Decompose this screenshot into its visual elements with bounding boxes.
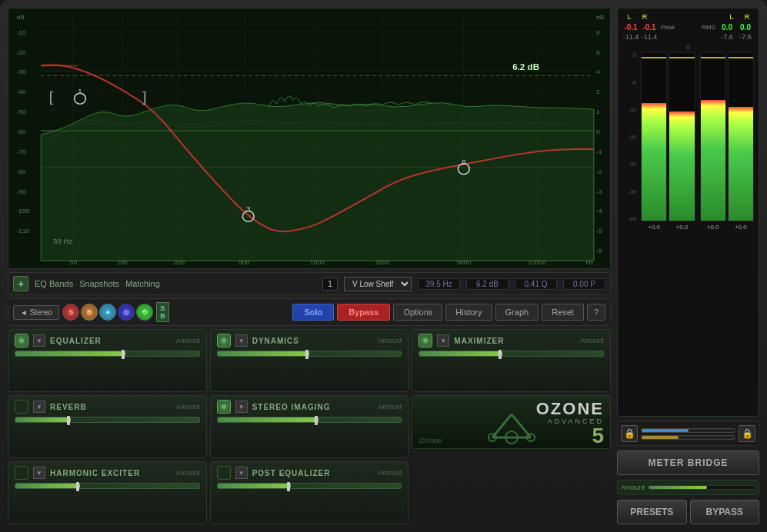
meter-bridge-button[interactable]: METER BRIDGE [617, 451, 759, 475]
main-panel: 1 3 8 [ ] 6.2 dB 39 Hz dB -10 -20 -30 [8, 8, 611, 524]
band3-label: 3 [246, 206, 250, 214]
module-reverb: ▼ REVERB Amount [8, 395, 207, 458]
scale-zero: 0 [622, 44, 754, 51]
freq-readout: 39 Hz [53, 238, 72, 245]
solo-button[interactable]: Solo [292, 304, 334, 321]
equalizer-power-button[interactable] [15, 334, 28, 347]
link-slider-track[interactable] [641, 428, 735, 433]
lock-left-button[interactable]: 🔒 [621, 425, 638, 442]
rms-r-val: 0.0 [737, 23, 754, 32]
band-number-display[interactable]: 1 [322, 278, 338, 291]
dynamics-amount-slider[interactable] [217, 351, 402, 357]
module-dynamics: ▼ DYNAMICS Amount [210, 329, 409, 392]
reverb-dropdown[interactable]: ▼ [33, 401, 45, 413]
db-label-rm9: -9 [596, 248, 602, 254]
equalizer-amount-label: Amount [176, 337, 200, 344]
stereo-imaging-dropdown[interactable]: ▼ [235, 401, 248, 413]
stereo-imaging-power-button[interactable] [217, 400, 231, 414]
izotope-text: iZotope [419, 437, 442, 444]
peak-r-val2: -7.6 [737, 33, 754, 41]
secondary-vals-right: -7.6 -7.6 [719, 33, 754, 41]
link-slider-track-2[interactable] [641, 435, 735, 440]
add-band-button[interactable]: + [13, 276, 28, 291]
bypass-button[interactable]: Bypass [337, 304, 390, 321]
meter-l-label2: L [725, 13, 739, 21]
graph-button[interactable]: Graph [495, 304, 539, 321]
freq-1000: 1000 [310, 259, 325, 266]
post-equalizer-amount-slider[interactable] [217, 483, 402, 489]
presets-button[interactable]: PRESETS [617, 500, 687, 524]
lock-right-button[interactable]: 🔒 [739, 425, 755, 442]
maximizer-title: MAXIMIZER [454, 337, 504, 345]
db-label-50: -50 [17, 108, 27, 115]
q-param[interactable]: 0.41 Q [515, 278, 557, 290]
freq-5000: 5000 [456, 259, 471, 266]
module-harmonic-exciter: ▼ HARMONIC EXCITER Amount [8, 461, 207, 524]
harmonic-exciter-title: HARMONIC EXCITER [50, 469, 140, 477]
p-param[interactable]: 0.00 P [563, 278, 605, 290]
link-slider-fill-2 [642, 436, 679, 439]
meter-bar-l1 [641, 52, 667, 221]
peak-vals-left: -0.1 -0.1 Peak [622, 23, 675, 32]
module-dynamics-header: ▼ DYNAMICS Amount [217, 334, 402, 347]
freq-2000: 2000 [375, 259, 390, 266]
options-button[interactable]: Options [393, 304, 442, 321]
harmonic-exciter-power-button[interactable] [15, 466, 28, 480]
bypass-main-button[interactable]: BYPASS [690, 500, 760, 524]
meter-r-label2: R [740, 13, 754, 21]
db-label-rm3: -3 [596, 188, 602, 195]
transport-bar: ◄ Stereo S B ● ◎ ⟲ SB Solo Bypass Option… [8, 298, 611, 326]
channel-icon-s[interactable]: S [62, 304, 79, 321]
amount-area: Amount [617, 480, 759, 495]
harmonic-exciter-dropdown[interactable]: ▼ [33, 467, 45, 479]
bottom-l1: +0.0 [641, 224, 667, 231]
stereo-imaging-amount-slider[interactable] [217, 417, 402, 423]
dynamics-power-button[interactable] [217, 334, 231, 347]
post-equalizer-slider-row [217, 483, 402, 489]
matching-label: Matching [125, 279, 160, 288]
help-button[interactable]: ? [587, 304, 605, 321]
db-label-r2: 2 [596, 89, 600, 96]
lr-labels-right: L R [725, 13, 754, 21]
freq-param[interactable]: 39.5 Hz [418, 278, 460, 290]
history-button[interactable]: History [445, 304, 492, 321]
maximizer-amount-slider[interactable] [419, 351, 604, 357]
bracket-right: ] [142, 89, 146, 105]
channel-icons: S B ● ◎ ⟲ [62, 304, 153, 321]
dynamics-dropdown[interactable]: ▼ [235, 334, 248, 347]
equalizer-amount-slider[interactable] [15, 351, 200, 357]
stereo-mode-button[interactable]: ◄ Stereo [13, 305, 59, 320]
channel-icon-cycle[interactable]: ⟲ [136, 304, 153, 321]
channel-icon-ring[interactable]: ◎ [118, 304, 135, 321]
secondary-vals: -11.4 -11.4 -7.6 -7.6 [622, 33, 754, 41]
post-equalizer-dropdown[interactable]: ▼ [235, 467, 248, 479]
bottom-r2: +0.0 [728, 224, 754, 231]
filter-type-select[interactable]: V Low Shelf [344, 277, 412, 291]
amount-right-slider[interactable] [648, 485, 755, 490]
reverb-power-button[interactable] [15, 400, 28, 414]
gain-param[interactable]: 6.2 dB [466, 278, 509, 290]
reset-button[interactable]: Reset [542, 304, 584, 321]
band1-label: 1 [78, 88, 82, 96]
freq-50: 50 [70, 259, 78, 266]
maximizer-power-button[interactable] [419, 334, 432, 347]
harmonic-exciter-amount-slider[interactable] [15, 483, 200, 489]
db-label-r1: 1 [596, 108, 600, 115]
post-equalizer-power-button[interactable] [217, 466, 231, 480]
right-panel: L R L R -0.1 -0.1 Peak RMS 0.0 0.0 [617, 8, 759, 524]
reverb-amount-slider[interactable] [15, 417, 200, 423]
db-label-right-top: dB [596, 14, 605, 21]
peak-label: Peak [661, 24, 675, 31]
module-post-equalizer-header: ▼ POST EQUALIZER Amount [217, 466, 402, 480]
meter-l-label: L [622, 13, 636, 21]
freq-hz: Hz [585, 259, 593, 266]
db-label-r0: 0 [596, 128, 600, 135]
channel-icon-b[interactable]: B [81, 304, 98, 321]
ozone-logo-area: OZONE ADVANCED 5 iZotope [412, 395, 611, 449]
maximizer-dropdown[interactable]: ▼ [437, 334, 449, 347]
channel-icon-dot[interactable]: ● [99, 304, 116, 321]
equalizer-dropdown[interactable]: ▼ [33, 334, 45, 347]
meter-fill-r2 [729, 107, 753, 221]
link-controls [641, 428, 735, 440]
eq-bands-label: EQ Bands [35, 279, 73, 288]
